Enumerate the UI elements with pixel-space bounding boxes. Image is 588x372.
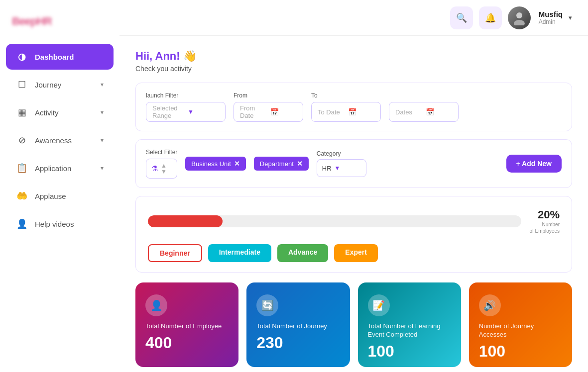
stat-cards-row: 👤 Total Number of Employee 400 🔄 Total N… — [135, 282, 572, 367]
to-label: To — [311, 92, 381, 99]
application-icon: 📋 — [16, 162, 28, 174]
stat-value: 230 — [256, 335, 340, 351]
sidebar-item-label: Application — [35, 164, 71, 173]
remove-tag-icon[interactable]: ✕ — [297, 160, 303, 168]
sidebar-item-applause[interactable]: 🤲 Applause — [6, 183, 114, 209]
chevron-down-icon: ▾ — [101, 81, 104, 88]
sidebar-item-journey[interactable]: ☐ Journey ▾ — [6, 72, 114, 97]
main-content: 🔍 🔔 Musfiq Admin ▾ Hii, Ann! 👋 Check you… — [119, 0, 588, 372]
from-label: From — [234, 92, 303, 99]
stat-title: Total Number of Journey — [256, 322, 340, 331]
chevron-down-icon: ▾ — [101, 165, 104, 172]
progress-track — [148, 215, 521, 227]
category-label: Category — [317, 150, 366, 157]
sidebar-item-label: Journey — [35, 81, 61, 89]
logo-text: BeepHR — [12, 15, 108, 28]
selected-range-dropdown[interactable]: Selected Range ▼ — [146, 102, 226, 122]
user-name: Musfiq — [539, 10, 563, 18]
add-new-button[interactable]: + Add New — [506, 155, 562, 173]
to-date-value: To Date — [318, 108, 344, 116]
progress-percent: 20% — [529, 208, 560, 221]
user-role: Admin — [539, 18, 563, 25]
select-filter-card: Select Filter ⚗ ▲▼ Business Unit ✕ Depar… — [135, 139, 572, 188]
stat-card-journeys: 🔄 Total Number of Journey 230 — [246, 282, 350, 367]
greeting-subtitle: Check you activity — [135, 65, 572, 73]
journey-icon: ☐ — [16, 79, 28, 91]
calendar-icon: 📅 — [348, 108, 374, 116]
beginner-tag[interactable]: Beginner — [148, 244, 202, 262]
sidebar-item-awareness[interactable]: ⊘ Awareness ▾ — [6, 127, 114, 153]
bell-icon: 🔔 — [485, 12, 496, 23]
filter-row: launch Filter Selected Range ▼ From From… — [146, 92, 562, 122]
accesses-icon: 🔊 — [479, 294, 501, 316]
notification-button[interactable]: 🔔 — [479, 6, 502, 29]
sidebar-item-dashboard[interactable]: ◑ Dashboard — [6, 44, 114, 70]
progress-bar-section: 20% Number of Employees — [148, 208, 560, 234]
launch-filter-label: launch Filter — [146, 92, 226, 99]
dates-value: Dates — [395, 108, 422, 116]
avatar — [508, 6, 531, 29]
search-icon: 🔍 — [456, 12, 467, 23]
stat-value: 100 — [479, 343, 562, 359]
chevron-down-icon: ▾ — [101, 137, 104, 144]
greeting-section: Hii, Ann! 👋 Check you activity — [135, 50, 572, 73]
select-filter-label: Select Filter — [146, 149, 177, 156]
sidebar-item-label: Help videos — [35, 220, 74, 228]
remove-tag-icon[interactable]: ✕ — [234, 160, 240, 168]
greeting-title: Hii, Ann! 👋 — [135, 50, 572, 63]
calendar-icon: 📅 — [270, 108, 297, 116]
sidebar-item-application[interactable]: 📋 Application ▾ — [6, 155, 114, 181]
intermediate-tag[interactable]: Intermediate — [208, 244, 271, 262]
stat-value: 100 — [368, 343, 451, 359]
progress-fill — [148, 215, 223, 227]
sidebar-item-label: Dashboard — [35, 53, 74, 61]
business-unit-tag[interactable]: Business Unit ✕ — [185, 157, 245, 171]
tag-label: Department — [260, 160, 294, 168]
number-of-employees-label: Number of Employees — [529, 221, 560, 234]
activity-icon: ▦ — [16, 106, 28, 118]
employee-icon: 👤 — [145, 294, 167, 316]
stat-title: Total Number of Employee — [145, 322, 229, 331]
user-dropdown-button[interactable]: ▾ — [569, 14, 572, 21]
content-area: Hii, Ann! 👋 Check you activity launch Fi… — [119, 36, 588, 372]
logo: BeepHR — [0, 10, 119, 43]
dropdown-arrow-icon: ▼ — [335, 165, 341, 172]
department-tag[interactable]: Department ✕ — [254, 157, 309, 171]
to-date-input[interactable]: To Date 📅 — [311, 102, 381, 122]
applause-icon: 🤲 — [16, 190, 28, 202]
dates-input[interactable]: Dates 📅 — [389, 102, 459, 122]
progress-card: 20% Number of Employees Beginner Interme… — [135, 196, 572, 273]
user-info: Musfiq Admin — [539, 10, 563, 25]
sidebar-item-activity[interactable]: ▦ Activity ▾ — [6, 99, 114, 125]
launch-filter-card: launch Filter Selected Range ▼ From From… — [135, 83, 572, 131]
search-button[interactable]: 🔍 — [450, 6, 473, 29]
journey-stat-icon: 🔄 — [256, 294, 278, 316]
advance-tag[interactable]: Advance — [277, 244, 328, 262]
category-value: HR — [322, 165, 332, 172]
stat-card-learning: 📝 Total Number of Learning Event Complet… — [358, 282, 461, 367]
sidebar: BeepHR ◑ Dashboard ☐ Journey ▾ ▦ Activit… — [0, 0, 119, 372]
stat-title: Total Number of Learning Event Completed — [368, 322, 451, 339]
filter-icon-button[interactable]: ⚗ ▲▼ — [146, 159, 177, 179]
level-tags-row: Beginner Intermediate Advance Expert — [148, 244, 560, 262]
from-date-value: From Date — [240, 104, 266, 119]
svg-point-0 — [516, 12, 522, 18]
stat-card-accesses: 🔊 Number of Journey Accesses 100 — [469, 282, 572, 367]
expert-tag[interactable]: Expert — [334, 244, 378, 262]
sidebar-item-help-videos[interactable]: 👤 Help videos — [6, 211, 114, 237]
learning-icon: 📝 — [368, 294, 390, 316]
to-date-group: To To Date 📅 — [311, 92, 381, 122]
stat-title: Number of Journey Accesses — [479, 322, 562, 339]
sidebar-item-label: Activity — [35, 108, 59, 117]
from-date-input[interactable]: From Date 📅 — [234, 102, 303, 122]
awareness-icon: ⊘ — [16, 134, 28, 146]
stat-card-employees: 👤 Total Number of Employee 400 — [135, 282, 238, 367]
tag-label: Business Unit — [191, 160, 231, 168]
category-dropdown[interactable]: HR ▼ — [317, 159, 366, 177]
funnel-icon: ⚗ — [151, 164, 158, 173]
calendar-icon: 📅 — [426, 108, 452, 116]
help-icon: 👤 — [16, 218, 28, 230]
svg-point-1 — [514, 20, 525, 25]
chevron-down-icon: ▾ — [101, 109, 104, 116]
dates-group: Dates 📅 — [389, 93, 459, 122]
